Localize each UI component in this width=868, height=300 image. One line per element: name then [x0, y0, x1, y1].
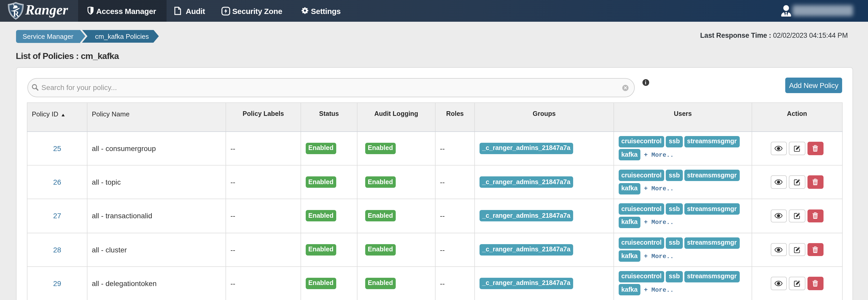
svg-text:R: R [13, 9, 19, 18]
